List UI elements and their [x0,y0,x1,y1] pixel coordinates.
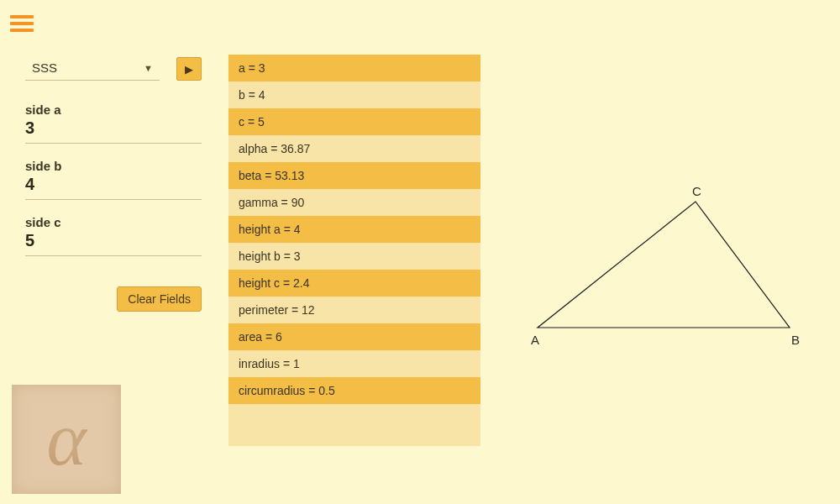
mode-select[interactable]: SSS ▼ [25,57,160,81]
result-row: area = 6 [228,323,480,350]
menu-icon[interactable] [10,12,34,35]
field-side-b: side b [25,159,202,200]
input-side-c[interactable] [25,231,202,250]
triangle-diagram: A B C [512,168,815,370]
field-label-b: side b [25,159,202,173]
result-row: b = 4 [228,81,480,108]
field-label-a: side a [25,102,202,117]
result-row: circumradius = 0.5 [228,377,480,404]
vertex-c-label: C [692,184,701,198]
result-row: height c = 2.4 [228,270,480,297]
result-row: a = 3 [228,55,480,81]
result-row: height a = 4 [228,216,480,243]
result-row: alpha = 36.87 [228,135,480,162]
field-side-c: side c [25,215,202,256]
input-panel: SSS ▼ ▶ side a side b side c Clear Field… [25,57,202,312]
clear-fields-button[interactable]: Clear Fields [117,286,202,312]
result-row: perimeter = 12 [228,297,480,323]
results-panel: a = 3b = 4c = 5alpha = 36.87beta = 53.13… [228,55,480,446]
input-side-b[interactable] [25,175,202,194]
field-label-c: side c [25,215,202,229]
result-row: c = 5 [228,108,480,135]
chevron-down-icon: ▼ [144,63,153,73]
play-icon: ▶ [185,63,193,76]
result-row: inradius = 1 [228,350,480,377]
run-button[interactable]: ▶ [176,57,202,81]
result-row: gamma = 90 [228,189,480,216]
alpha-icon: α [46,402,86,477]
mode-selected-value: SSS [32,60,57,75]
field-side-a: side a [25,102,202,144]
vertex-b-label: B [791,333,800,347]
triangle-shape [538,202,790,328]
result-row: height b = 3 [228,243,480,270]
alpha-logo-tile: α [12,385,121,494]
input-side-a[interactable] [25,118,202,138]
result-row: beta = 53.13 [228,162,480,189]
vertex-a-label: A [531,333,539,347]
